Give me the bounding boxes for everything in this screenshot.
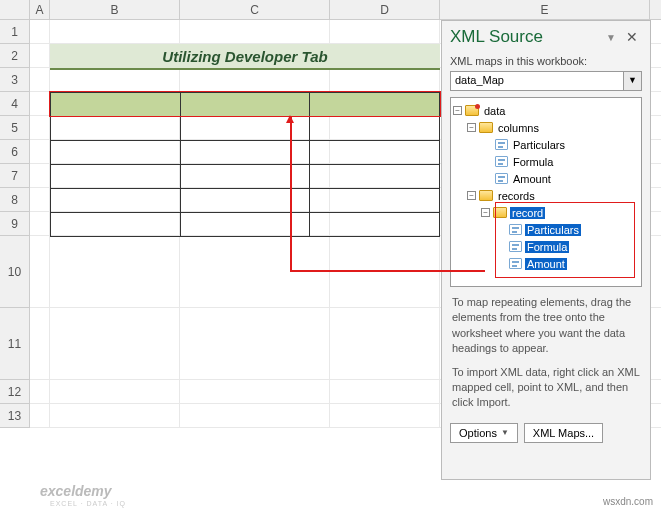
maps-label: XML maps in this workbook: (442, 53, 650, 69)
element-icon (509, 224, 522, 235)
table-row (51, 189, 440, 213)
element-icon (495, 173, 508, 184)
folder-icon (479, 122, 493, 133)
row-header-10[interactable]: 10 (0, 236, 30, 308)
xml-tree[interactable]: − data − columns Particulars Formula Amo… (450, 97, 642, 287)
row-header-11[interactable]: 11 (0, 308, 30, 380)
help-text-1: To map repeating elements, drag the elem… (442, 287, 650, 365)
xml-maps-button[interactable]: XML Maps... (524, 423, 603, 443)
folder-icon (465, 105, 479, 116)
mapped-table[interactable] (50, 92, 440, 237)
table-row (51, 213, 440, 237)
help-text-2: To import XML data, right click an XML m… (442, 365, 650, 419)
table-row (51, 141, 440, 165)
map-select-value: data_Map (451, 72, 623, 90)
row-header-6[interactable]: 6 (0, 140, 30, 164)
row-header-9[interactable]: 9 (0, 212, 30, 236)
table-header-row (51, 93, 440, 117)
tree-leaf-rec-particulars[interactable]: Particulars (453, 221, 639, 238)
tree-leaf-formula[interactable]: Formula (453, 153, 639, 170)
watermark-sub: EXCEL · DATA · IQ (50, 500, 126, 507)
page-title-banner: Utilizing Developer Tab (50, 44, 440, 70)
row-header-13[interactable]: 13 (0, 404, 30, 428)
row-headers: 1 2 3 4 5 6 7 8 9 10 11 12 13 (0, 20, 30, 428)
panel-menu-caret-icon[interactable]: ▼ (606, 32, 616, 43)
tree-leaf-amount[interactable]: Amount (453, 170, 639, 187)
tree-leaf-rec-formula[interactable]: Formula (453, 238, 639, 255)
row-header-8[interactable]: 8 (0, 188, 30, 212)
collapse-icon[interactable]: − (467, 123, 476, 132)
table-row (51, 117, 440, 141)
tree-leaf-particulars[interactable]: Particulars (453, 136, 639, 153)
tree-node-columns[interactable]: − columns (453, 119, 639, 136)
tree-node-record[interactable]: − record (453, 204, 639, 221)
xml-maps-label: XML Maps... (533, 427, 594, 439)
row-header-2[interactable]: 2 (0, 44, 30, 68)
collapse-icon[interactable]: − (481, 208, 490, 217)
close-icon[interactable]: ✕ (622, 29, 642, 45)
row-header-12[interactable]: 12 (0, 380, 30, 404)
col-header-c[interactable]: C (180, 0, 330, 19)
col-header-e[interactable]: E (440, 0, 650, 19)
row-header-5[interactable]: 5 (0, 116, 30, 140)
xml-source-panel: XML Source ▼ ✕ XML maps in this workbook… (441, 20, 651, 480)
element-icon (495, 139, 508, 150)
element-icon (509, 258, 522, 269)
collapse-icon[interactable]: − (467, 191, 476, 200)
row-header-7[interactable]: 7 (0, 164, 30, 188)
tree-node-data[interactable]: − data (453, 102, 639, 119)
col-header-b[interactable]: B (50, 0, 180, 19)
element-icon (509, 241, 522, 252)
column-headers: A B C D E (0, 0, 661, 20)
collapse-icon[interactable]: − (453, 106, 462, 115)
options-label: Options (459, 427, 497, 439)
panel-title: XML Source (450, 27, 600, 47)
watermark-brand: exceldemy (40, 483, 112, 499)
credit-text: wsxdn.com (603, 496, 653, 507)
chevron-down-icon[interactable]: ▼ (623, 72, 641, 90)
tree-node-records[interactable]: − records (453, 187, 639, 204)
tree-leaf-rec-amount[interactable]: Amount (453, 255, 639, 272)
row-header-3[interactable]: 3 (0, 68, 30, 92)
row-header-1[interactable]: 1 (0, 20, 30, 44)
chevron-down-icon: ▼ (501, 428, 509, 437)
col-header-a[interactable]: A (30, 0, 50, 19)
folder-icon (493, 207, 507, 218)
row-header-4[interactable]: 4 (0, 92, 30, 116)
table-row (51, 165, 440, 189)
options-button[interactable]: Options ▼ (450, 423, 518, 443)
col-header-d[interactable]: D (330, 0, 440, 19)
element-icon (495, 156, 508, 167)
folder-icon (479, 190, 493, 201)
select-all-corner[interactable] (0, 0, 30, 19)
map-select[interactable]: data_Map ▼ (450, 71, 642, 91)
